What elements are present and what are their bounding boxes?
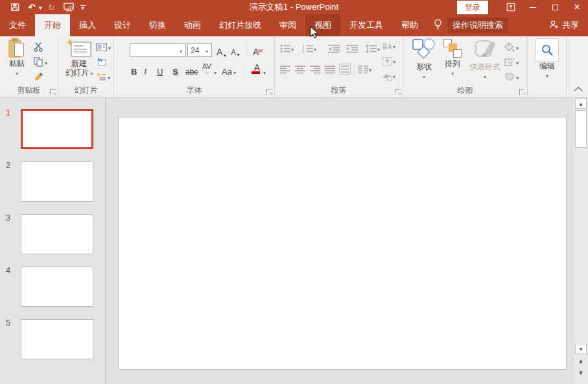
save-icon[interactable]: [8, 1, 22, 14]
grow-font-button[interactable]: A▲: [217, 44, 227, 57]
font-size-dropdown-icon[interactable]: [202, 46, 211, 55]
close-button[interactable]: [566, 0, 588, 14]
distribute-text-button[interactable]: [339, 64, 351, 75]
tab-review[interactable]: 审阅: [270, 14, 305, 36]
signin-button[interactable]: 登录: [457, 1, 488, 14]
tab-insert[interactable]: 插入: [70, 14, 105, 36]
tab-file[interactable]: 文件: [0, 14, 35, 36]
customize-qat-icon[interactable]: [78, 5, 88, 10]
clear-formatting-button[interactable]: A: [253, 44, 263, 57]
decrease-indent-button[interactable]: [328, 44, 340, 53]
shrink-font-button[interactable]: A▼: [231, 44, 241, 57]
maximize-button[interactable]: [544, 0, 566, 14]
paste-dropdown-icon[interactable]: [16, 68, 18, 77]
character-spacing-button[interactable]: AV↔: [202, 64, 211, 77]
character-spacing-dropdown-icon[interactable]: [214, 64, 217, 77]
tab-transitions[interactable]: 切换: [140, 14, 175, 36]
share-button[interactable]: 共享: [549, 14, 588, 36]
font-size-combobox[interactable]: 24: [187, 43, 212, 57]
undo-dropdown-icon[interactable]: [39, 3, 42, 12]
font-dialog-launcher-icon[interactable]: [266, 89, 272, 95]
slide-thumbnail-image[interactable]: [21, 109, 93, 149]
text-direction-button[interactable]: A: [382, 42, 395, 51]
scroll-up-icon[interactable]: [575, 99, 587, 109]
strikethrough-button[interactable]: abc: [185, 64, 198, 77]
font-name-dropdown-icon[interactable]: [176, 46, 185, 55]
next-slide-icon[interactable]: [576, 370, 585, 375]
arrange-button[interactable]: 排列: [440, 38, 465, 77]
layout-dropdown-icon[interactable]: [108, 43, 111, 52]
justify-button[interactable]: [325, 65, 335, 74]
reset-slide-button[interactable]: [96, 56, 111, 67]
align-right-button[interactable]: [310, 65, 320, 74]
font-color-button[interactable]: A: [252, 64, 260, 77]
tab-slideshow[interactable]: 幻灯片放映: [210, 14, 270, 36]
slide-thumbnail-image[interactable]: [21, 267, 93, 307]
align-left-button[interactable]: [280, 65, 290, 74]
italic-button[interactable]: I: [144, 64, 147, 77]
bullets-dropdown-icon[interactable]: [291, 44, 294, 53]
columns-button[interactable]: [358, 65, 371, 74]
layout-button[interactable]: [96, 42, 111, 53]
scroll-down-icon[interactable]: [575, 344, 587, 354]
align-text-dropdown-icon[interactable]: [393, 56, 395, 66]
vertical-scrollbar[interactable]: [574, 98, 588, 384]
bold-button[interactable]: B: [131, 64, 137, 77]
tab-home[interactable]: 开始: [35, 14, 70, 36]
section-dropdown-icon[interactable]: [108, 73, 110, 82]
shapes-button[interactable]: 形状: [410, 38, 438, 80]
start-slideshow-icon[interactable]: [62, 1, 76, 14]
edit-button[interactable]: 编辑: [534, 38, 561, 80]
shape-fill-dropdown-icon[interactable]: [516, 43, 519, 52]
shape-fill-button[interactable]: [504, 42, 519, 53]
tab-design[interactable]: 设计: [105, 14, 140, 36]
change-case-dropdown-icon[interactable]: [233, 64, 236, 77]
new-slide-button[interactable]: 新建 幻灯片: [62, 38, 96, 77]
arrange-dropdown-icon[interactable]: [451, 68, 454, 77]
collapse-ribbon-icon[interactable]: [574, 84, 583, 93]
line-spacing-dropdown-icon[interactable]: [377, 44, 380, 53]
shape-effects-dropdown-icon[interactable]: [516, 73, 519, 82]
edit-dropdown-icon[interactable]: [546, 71, 548, 80]
current-slide[interactable]: [118, 117, 567, 370]
slide-thumbnail-image[interactable]: [21, 162, 93, 202]
columns-dropdown-icon[interactable]: [369, 65, 371, 74]
previous-slide-icon[interactable]: [576, 359, 585, 363]
cut-button[interactable]: [34, 42, 47, 53]
scrollbar-thumb[interactable]: [575, 110, 587, 148]
clipboard-dialog-launcher-icon[interactable]: [50, 89, 56, 95]
shape-effects-button[interactable]: [504, 71, 519, 82]
line-spacing-button[interactable]: [366, 44, 380, 53]
drawing-dialog-launcher-icon[interactable]: [519, 89, 525, 95]
align-center-button[interactable]: [295, 65, 305, 74]
new-slide-dropdown-icon[interactable]: [90, 68, 93, 77]
paste-button[interactable]: 粘贴: [4, 38, 30, 77]
format-painter-button[interactable]: [34, 71, 47, 82]
slide-thumbnail-image[interactable]: [21, 319, 93, 359]
font-color-dropdown-icon[interactable]: [263, 64, 266, 77]
tell-me-search[interactable]: 操作说明搜索: [447, 18, 508, 33]
numbering-dropdown-icon[interactable]: [314, 44, 316, 53]
tab-animations[interactable]: 动画: [175, 14, 210, 36]
shape-outline-dropdown-icon[interactable]: [516, 58, 519, 67]
text-shadow-button[interactable]: S: [172, 64, 178, 77]
shapes-dropdown-icon[interactable]: [423, 71, 425, 80]
convert-smartart-dropdown-icon[interactable]: [393, 71, 395, 80]
slide-thumbnail-image[interactable]: [21, 214, 93, 254]
paragraph-dialog-launcher-icon[interactable]: [395, 89, 401, 95]
increase-indent-button[interactable]: [346, 44, 358, 53]
section-button[interactable]: [96, 71, 111, 82]
text-direction-dropdown-icon[interactable]: [393, 42, 395, 51]
numbering-button[interactable]: 123: [302, 44, 316, 53]
minimize-button[interactable]: [522, 0, 544, 14]
tab-developer[interactable]: 开发工具: [340, 14, 392, 36]
ribbon-display-options-icon[interactable]: [500, 0, 522, 14]
undo-icon[interactable]: [25, 1, 39, 14]
bullets-button[interactable]: [280, 44, 294, 53]
align-text-button[interactable]: [382, 56, 395, 66]
copy-dropdown-icon[interactable]: [45, 58, 47, 67]
font-name-combobox[interactable]: [130, 43, 186, 57]
tab-help[interactable]: 帮助: [392, 14, 427, 36]
shape-outline-button[interactable]: [504, 56, 519, 67]
underline-button[interactable]: U: [157, 64, 163, 77]
